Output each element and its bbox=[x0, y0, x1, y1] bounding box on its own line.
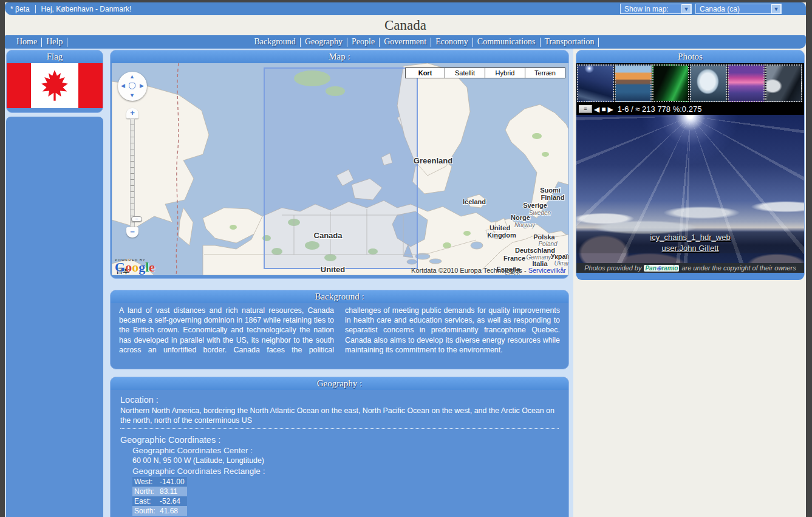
photo-next-button[interactable]: ▶ bbox=[607, 106, 613, 113]
zoom-slider-handle[interactable]: − bbox=[131, 216, 142, 222]
flag-panel: Flag bbox=[6, 50, 103, 113]
coordinates-rectangle-table: West:-141.00 North:83.11 East:-52.64 Sou… bbox=[132, 477, 187, 516]
map-label-deutschland: Deutschland bbox=[515, 247, 555, 254]
nav-item-people[interactable]: People bbox=[347, 38, 380, 47]
dotted-divider bbox=[120, 428, 559, 429]
note-prefix: Photos provided by bbox=[584, 264, 641, 272]
nav-item-home[interactable]: Home bbox=[12, 38, 42, 47]
flag-red-band bbox=[78, 63, 103, 108]
photos-panel: Photos ≡ ◀ ■ ▶ 1-6 / ≈ 213 778 %:0.275 i… bbox=[576, 50, 805, 279]
map-label-finland: Finland bbox=[541, 194, 564, 201]
photo-thumbnail[interactable] bbox=[615, 64, 652, 102]
photo-caption: icy_chains_1_hdr_web user:John Gillett bbox=[576, 231, 804, 253]
terms-link[interactable]: Servicevilkår bbox=[528, 267, 566, 274]
photo-main-image[interactable]: icy_chains_1_hdr_web user:John Gillett bbox=[576, 115, 804, 263]
map-type-buttons: Kort Satellit Hybrid Terræn bbox=[405, 67, 565, 78]
map-panel-header: Map : bbox=[111, 50, 568, 63]
map-pan-control[interactable]: ▲ ▼ ◀ ▶ bbox=[118, 72, 147, 101]
top-bar: * βeta Hej, København - Danmark! Show in… bbox=[5, 2, 806, 15]
zoom-out-button[interactable]: − bbox=[126, 227, 138, 238]
beta-badge: * βeta bbox=[5, 5, 36, 13]
map-label-polska: Polska bbox=[533, 233, 555, 241]
note-suffix: are under the copyright of their owners bbox=[681, 264, 796, 272]
photos-panel-footer bbox=[576, 273, 804, 280]
map-type-hybrid-button[interactable]: Hybrid bbox=[485, 67, 525, 78]
main-area: Flag Map : bbox=[5, 49, 806, 517]
nav-item-transportation[interactable]: Transportation bbox=[541, 38, 599, 47]
photo-user-link[interactable]: user:John Gillett bbox=[662, 244, 719, 253]
show-in-map-value: Show in map: bbox=[621, 5, 672, 13]
google-logo-text: Google bbox=[115, 262, 155, 273]
nav-item-geography[interactable]: Geography bbox=[301, 38, 347, 47]
chevron-down-icon[interactable]: ▼ bbox=[771, 4, 781, 13]
country-select[interactable]: Canada (ca) ▼ bbox=[695, 4, 782, 14]
page-title: Canada bbox=[384, 18, 426, 33]
map-label-norway: Norway bbox=[514, 222, 536, 228]
canada-flag-image bbox=[7, 63, 103, 108]
nav-item-economy[interactable]: Economy bbox=[431, 38, 473, 47]
photo-copyright-note: Photos provided by Pan⊕ramio are under t… bbox=[576, 263, 804, 273]
rectangle-label: Geographic Coordinates Rectangle : bbox=[132, 467, 559, 476]
location-label: Location : bbox=[120, 395, 559, 405]
nav-item-government[interactable]: Government bbox=[380, 38, 431, 47]
top-bar-right: Show in map: ▼ Canada (ca) ▼ bbox=[620, 4, 806, 14]
pan-up-icon[interactable]: ▲ bbox=[129, 74, 135, 80]
show-in-map-select[interactable]: Show in map: ▼ bbox=[620, 4, 692, 14]
photo-counter: 1-6 / ≈ 213 778 %:0.275 bbox=[618, 104, 702, 114]
title-bar: Canada bbox=[5, 15, 806, 35]
flag-red-band bbox=[7, 63, 31, 108]
flag-panel-header: Flag bbox=[7, 50, 103, 63]
map-type-kort-button[interactable]: Kort bbox=[405, 67, 445, 78]
map-label-united-kingdom-2: Kingdom bbox=[487, 231, 516, 239]
geography-body: Location : Northern North America, borde… bbox=[111, 390, 568, 516]
photo-thumbnail[interactable] bbox=[577, 64, 614, 102]
pan-right-icon[interactable]: ▶ bbox=[140, 83, 144, 89]
nav-item-communications[interactable]: Communications bbox=[473, 38, 541, 47]
google-logo[interactable]: POWERED BY Google bbox=[115, 258, 155, 273]
nav-item-background[interactable]: Background bbox=[250, 38, 300, 47]
zoom-in-button[interactable]: + bbox=[126, 108, 138, 118]
beta-label: * βeta bbox=[10, 5, 30, 13]
table-row: North:83.11 bbox=[132, 487, 187, 496]
pan-hand-icon[interactable] bbox=[129, 83, 135, 89]
nav-section-group: Background Geography People Government E… bbox=[250, 35, 599, 49]
map-type-satellit-button[interactable]: Satellit bbox=[445, 67, 485, 78]
pan-left-icon[interactable]: ◀ bbox=[121, 83, 125, 89]
photo-title-link[interactable]: icy_chains_1_hdr_web bbox=[650, 233, 730, 242]
pan-down-icon[interactable]: ▼ bbox=[129, 93, 135, 98]
chevron-down-icon[interactable]: ▼ bbox=[681, 4, 691, 13]
nav-bar: Home Help Background Geography People Go… bbox=[5, 35, 806, 49]
center-label: Geographic Coordinates Center : bbox=[132, 446, 559, 455]
geography-panel: Geography : Location : Northern North Am… bbox=[110, 377, 569, 517]
map-label-norge: Norge bbox=[511, 214, 530, 221]
photo-stop-button[interactable]: ■ bbox=[601, 106, 606, 113]
map-label-ukraine: Україн bbox=[551, 253, 568, 260]
map-type-terraen-button[interactable]: Terræn bbox=[525, 67, 565, 78]
map-label-canada: Canada bbox=[314, 231, 343, 240]
map-label-sverige: Sverige bbox=[523, 202, 547, 209]
map-label-united-kingdom: United bbox=[490, 224, 510, 231]
photo-menu-button[interactable]: ≡ bbox=[579, 105, 592, 113]
photo-thumbnail[interactable] bbox=[765, 64, 802, 102]
photo-thumbnail[interactable] bbox=[690, 64, 727, 102]
background-panel-header: Background : bbox=[111, 290, 568, 303]
panoramio-logo[interactable]: Pan⊕ramio bbox=[644, 265, 679, 272]
greeting-text: Hej, København - Danmark! bbox=[36, 5, 137, 13]
photo-thumbnail[interactable] bbox=[728, 64, 765, 102]
map-canvas[interactable]: Greenland Iceland Canada United Suomi Fi… bbox=[112, 63, 568, 275]
left-sidebar-body bbox=[6, 117, 103, 517]
map-panel: Map : bbox=[110, 50, 569, 279]
map-attribution: Kortdata ©2010 Europa Technologies - Ser… bbox=[411, 267, 566, 274]
background-panel: Background : A land of vast distances an… bbox=[110, 290, 569, 369]
geography-panel-header: Geography : bbox=[111, 377, 568, 390]
map-label-greenland: Greenland bbox=[414, 156, 452, 165]
location-text: Northern North America, bordering the No… bbox=[120, 406, 559, 425]
photo-thumbnail[interactable] bbox=[652, 64, 689, 102]
photos-panel-header: Photos bbox=[576, 50, 804, 63]
map-copyright-text: Kortdata ©2010 Europa Technologies - bbox=[411, 267, 527, 274]
zoom-slider-track[interactable]: − bbox=[130, 118, 135, 227]
photo-prev-button[interactable]: ◀ bbox=[594, 106, 599, 113]
page: * βeta Hej, København - Danmark! Show in… bbox=[5, 2, 806, 517]
background-text: A land of vast distances and rich natura… bbox=[111, 303, 568, 358]
nav-item-help[interactable]: Help bbox=[42, 38, 67, 47]
